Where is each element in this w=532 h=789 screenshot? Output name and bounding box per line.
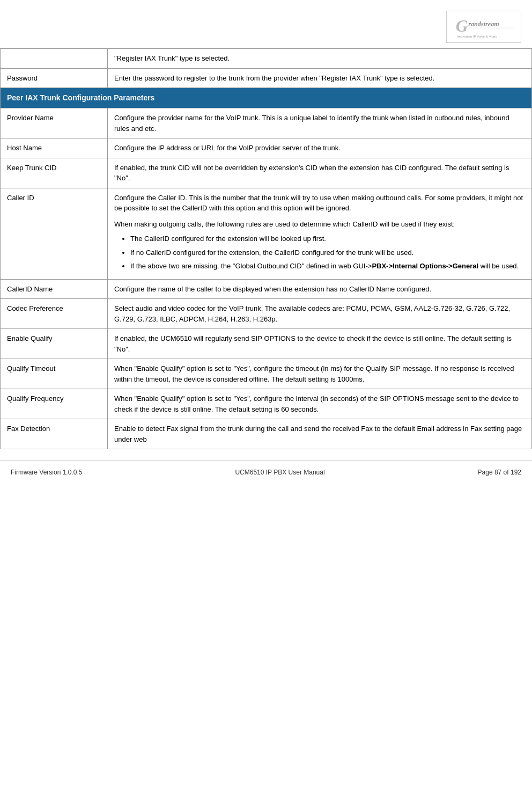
svg-text:randstream: randstream [468, 20, 499, 28]
label-register-iax-desc [1, 49, 108, 69]
content-keep-trunk-cid: If enabled, the trunk CID will not be ov… [108, 158, 532, 188]
row-fax-detection: Fax DetectionEnable to detect Fax signal… [1, 419, 532, 449]
section-header-cell: Peer IAX Trunk Configuration Parameters [1, 88, 532, 108]
row-codec-preference: Codec PreferenceSelect audio and video c… [1, 299, 532, 329]
section-header-section-peer-iax: Peer IAX Trunk Configuration Parameters [1, 88, 532, 108]
row-host-name: Host NameConfigure the IP address or URL… [1, 138, 532, 158]
row-caller-id: Caller IDConfigure the Caller ID. This i… [1, 188, 532, 279]
content-provider-name: Configure the provider name for the VoIP… [108, 108, 532, 138]
logo-box: G randstream Innovative IP Voice & Video [446, 11, 521, 43]
label-qualify-frequency: Qualify Frequency [1, 389, 108, 419]
row-qualify-timeout: Qualify TimeoutWhen "Enable Qualify" opt… [1, 359, 532, 389]
label-codec-preference: Codec Preference [1, 299, 108, 329]
content-table: "Register IAX Trunk" type is selected.Pa… [0, 48, 532, 449]
footer: Firmware Version 1.0.0.5 UCM6510 IP PBX … [0, 460, 532, 479]
content-password: Enter the password to register to the tr… [108, 68, 532, 88]
bullet-item-2: If the above two are missing, the "Globa… [130, 261, 525, 272]
row-password: PasswordEnter the password to register t… [1, 68, 532, 88]
content-callerid-name: Configure the name of the caller to be d… [108, 279, 532, 299]
footer-center: UCM6510 IP PBX User Manual [235, 469, 324, 476]
footer-right: Page 87 of 192 [478, 469, 521, 476]
content-qualify-timeout: When "Enable Qualify" option is set to "… [108, 359, 532, 389]
content-fax-detection: Enable to detect Fax signal from the tru… [108, 419, 532, 449]
row-register-iax-desc: "Register IAX Trunk" type is selected. [1, 49, 532, 69]
label-keep-trunk-cid: Keep Trunk CID [1, 158, 108, 188]
label-password: Password [1, 68, 108, 88]
label-host-name: Host Name [1, 138, 108, 158]
label-provider-name: Provider Name [1, 108, 108, 138]
logo-container: G randstream Innovative IP Voice & Video [0, 5, 532, 48]
row-enable-qualify: Enable QualifyIf enabled, the UCM6510 wi… [1, 329, 532, 359]
content-host-name: Configure the IP address or URL for the … [108, 138, 532, 158]
row-qualify-frequency: Qualify FrequencyWhen "Enable Qualify" o… [1, 389, 532, 419]
label-qualify-timeout: Qualify Timeout [1, 359, 108, 389]
row-provider-name: Provider NameConfigure the provider name… [1, 108, 532, 138]
label-enable-qualify: Enable Qualify [1, 329, 108, 359]
footer-left: Firmware Version 1.0.0.5 [11, 469, 82, 476]
bullet-item-1: If no CallerID configured for the extens… [130, 247, 525, 258]
row-keep-trunk-cid: Keep Trunk CIDIf enabled, the trunk CID … [1, 158, 532, 188]
svg-text:G: G [456, 17, 468, 35]
content-caller-id: Configure the Caller ID. This is the num… [108, 188, 532, 279]
caller-id-bullets: The CallerID configured for the extensio… [130, 233, 525, 272]
content-qualify-frequency: When "Enable Qualify" option is set to "… [108, 389, 532, 419]
label-caller-id: Caller ID [1, 188, 108, 279]
page-wrapper: G randstream Innovative IP Voice & Video… [0, 0, 532, 789]
content-register-iax-desc: "Register IAX Trunk" type is selected. [108, 49, 532, 69]
bullet-item-0: The CallerID configured for the extensio… [130, 233, 525, 244]
content-codec-preference: Select audio and video codec for the VoI… [108, 299, 532, 329]
row-callerid-name: CallerID NameConfigure the name of the c… [1, 279, 532, 299]
grandstream-logo: G randstream Innovative IP Voice & Video [449, 14, 519, 40]
label-callerid-name: CallerID Name [1, 279, 108, 299]
label-fax-detection: Fax Detection [1, 419, 108, 449]
svg-text:Innovative IP Voice & Video: Innovative IP Voice & Video [457, 34, 497, 38]
content-enable-qualify: If enabled, the UCM6510 will regularly s… [108, 329, 532, 359]
